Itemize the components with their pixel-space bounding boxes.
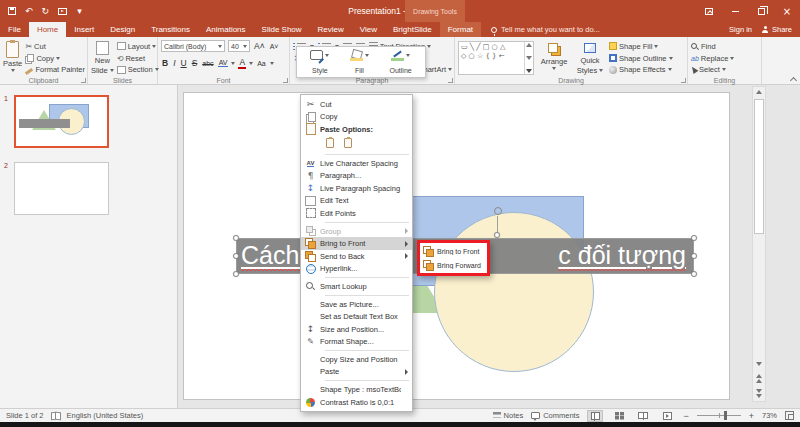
scrollbar-thumb[interactable] — [754, 99, 764, 234]
shape-outline-button[interactable]: Shape Outline — [609, 53, 673, 64]
layout-button[interactable]: Layout — [117, 41, 159, 52]
context-menu-item[interactable]: Send to Back — [301, 250, 412, 263]
select-button[interactable]: Select — [691, 64, 734, 75]
paste-dropdown-icon[interactable] — [11, 69, 15, 72]
minimize-icon[interactable] — [722, 0, 748, 22]
save-icon[interactable] — [8, 7, 16, 15]
resize-handle-top-left[interactable] — [233, 235, 239, 241]
ribbon-tab[interactable]: Transitions — [143, 22, 198, 37]
undo-icon[interactable]: ↶ — [25, 6, 33, 16]
gallery-scroll-down-icon[interactable] — [526, 56, 532, 60]
context-menu-item[interactable]: Smart Lookup — [301, 280, 412, 293]
resize-handle-bottom-right[interactable] — [691, 271, 697, 277]
paste-keep-source-formatting-icon[interactable] — [323, 137, 337, 150]
paste-picture-icon[interactable] — [341, 137, 355, 150]
customize-qat-icon[interactable]: ▾ — [76, 6, 83, 16]
tell-me-box[interactable]: Tell me what you want to do... — [481, 22, 600, 37]
italic-button[interactable]: I — [172, 58, 176, 68]
context-menu-item[interactable]: Copy Size and Position — [301, 353, 412, 366]
close-icon[interactable]: × — [774, 0, 800, 22]
replace-button[interactable]: abReplace — [691, 53, 734, 64]
resize-handle-middle-left[interactable] — [233, 253, 239, 259]
drawing-dialog-launcher[interactable] — [681, 78, 686, 83]
ribbon-tab[interactable]: Slide Show — [254, 22, 310, 37]
scroll-up-icon[interactable] — [753, 87, 765, 97]
section-button[interactable]: Section — [117, 64, 159, 75]
restore-icon[interactable] — [748, 0, 774, 22]
language-indicator[interactable]: English (United States) — [67, 411, 144, 420]
context-menu-item[interactable]: Shape Type : msoTextBox — [301, 383, 412, 396]
ribbon-tab[interactable]: Design — [102, 22, 143, 37]
cream-circle-shape[interactable] — [434, 212, 594, 372]
ribbon-tab[interactable]: Format — [440, 22, 481, 37]
font-size-combo[interactable]: 40 — [228, 40, 250, 52]
context-menu-item[interactable]: Copy — [301, 111, 412, 124]
slide-thumbnail[interactable]: 1 — [14, 95, 177, 148]
context-menu-item[interactable]: Hyperlink... — [301, 263, 412, 276]
ribbon-tab[interactable]: BrightSlide — [385, 22, 440, 37]
submenu-item[interactable]: Bring Forward — [420, 258, 487, 272]
ribbon-display-options-icon[interactable] — [696, 0, 722, 22]
shape-glyphs-row2[interactable]: ◇ ○ ☆ { } ← — [461, 52, 505, 60]
vertical-scrollbar[interactable] — [752, 86, 766, 402]
notes-button[interactable]: Notes — [493, 411, 524, 420]
font-family-combo[interactable]: Calibri (Body) — [161, 40, 225, 52]
slide-show-button[interactable] — [659, 410, 675, 422]
spell-check-icon[interactable] — [51, 412, 60, 419]
collapse-ribbon-icon[interactable] — [790, 76, 796, 82]
fit-slide-to-window-icon[interactable] — [785, 411, 794, 420]
submenu-item[interactable]: Bring to Front — [420, 244, 487, 258]
reset-button[interactable]: ⟲Reset — [117, 53, 159, 64]
format-painter-button[interactable]: Format Painter — [25, 64, 85, 75]
resize-handle-top-center[interactable] — [494, 232, 500, 238]
comments-button[interactable]: Comments — [531, 411, 579, 420]
ribbon-tab[interactable]: View — [352, 22, 385, 37]
strikethrough-button[interactable]: S — [191, 58, 199, 68]
underline-button[interactable]: U — [180, 58, 188, 68]
context-menu-item[interactable]: Live Paragraph Spacing — [301, 182, 412, 195]
context-menu-item[interactable]: Group — [301, 225, 412, 238]
gallery-scroll-up-icon[interactable] — [526, 43, 532, 47]
arrange-button[interactable]: Arrange — [537, 39, 571, 75]
context-menu-item[interactable]: Size and Position... — [301, 323, 412, 336]
context-menu-item[interactable]: Cut — [301, 98, 412, 111]
reading-view-button[interactable] — [635, 410, 651, 422]
context-menu-item[interactable]: Edit Points — [301, 207, 412, 220]
ribbon-tab[interactable]: File — [0, 22, 29, 37]
resize-handle-middle-right[interactable] — [691, 253, 697, 259]
shapes-gallery[interactable]: ▭ ╲ ╱ □ ○ △ ◇ ○ ☆ { } ← — [458, 41, 534, 75]
font-color-button[interactable]: A — [238, 57, 246, 69]
context-menu-item[interactable]: Paragraph... — [301, 169, 412, 182]
style-button[interactable]: Style — [308, 49, 331, 75]
zoom-in-button[interactable]: + — [749, 411, 754, 421]
copy-button[interactable]: Copy — [25, 53, 85, 64]
ribbon-tab[interactable]: Animations — [198, 22, 254, 37]
context-menu-item[interactable]: Set as Default Text Box — [301, 310, 412, 323]
zoom-out-button[interactable]: − — [683, 411, 688, 421]
zoom-slider[interactable] — [697, 415, 741, 416]
find-button[interactable]: Find — [691, 41, 734, 52]
slide-thumbnail[interactable]: 2 — [14, 162, 177, 215]
paragraph-dialog-launcher[interactable] — [448, 78, 453, 83]
context-menu-item[interactable]: Edit Text — [301, 195, 412, 208]
scroll-down-icon[interactable] — [753, 359, 765, 369]
clipboard-dialog-launcher[interactable] — [81, 78, 86, 83]
cut-button[interactable]: ✂Cut — [25, 41, 85, 52]
normal-view-button[interactable] — [587, 410, 603, 422]
start-slideshow-icon[interactable] — [58, 8, 67, 15]
share-button[interactable]: Share — [762, 25, 792, 34]
redo-icon[interactable]: ↻ — [42, 6, 50, 16]
context-menu-item[interactable]: Format Shape... — [301, 336, 412, 349]
clear-formatting-button[interactable]: abc — [201, 60, 214, 67]
context-menu-item[interactable]: Paste Options: — [301, 123, 412, 136]
increase-font-size-button[interactable]: A˄ — [253, 41, 266, 51]
zoom-level[interactable]: 73% — [762, 411, 777, 420]
fill-button[interactable]: Fill — [348, 49, 371, 75]
change-case-button[interactable]: Aa — [256, 60, 267, 67]
shape-fill-button[interactable]: Shape Fill — [609, 41, 673, 52]
sign-in-link[interactable]: Sign in — [729, 25, 752, 34]
shape-effects-button[interactable]: Shape Effects — [609, 64, 673, 75]
bold-button[interactable]: B — [161, 58, 169, 68]
context-menu-item[interactable]: Save as Picture... — [301, 298, 412, 311]
quick-styles-button[interactable]: Quick Styles — [574, 39, 606, 75]
